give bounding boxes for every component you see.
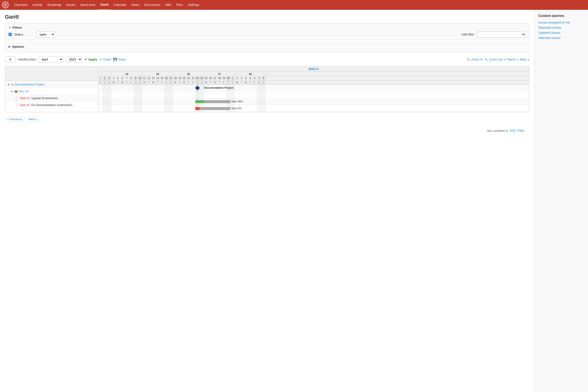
gantt-container: ▼ 🗂 Documentation Project ▼ 📦 Doc V3 📄 T… <box>5 66 529 112</box>
next-month-arrow: » <box>528 58 529 61</box>
timeline-row-2 <box>98 98 529 105</box>
task1-green-bar <box>195 100 204 103</box>
main-content: Gantt ▼ Filters Status open closed all A… <box>0 10 534 392</box>
nav-files[interactable]: Files <box>174 0 185 10</box>
status-select[interactable]: open closed all <box>36 31 55 38</box>
timeline-row-1 <box>98 92 529 98</box>
apply-label: Apply <box>88 58 97 61</box>
task1-gray-bar <box>204 100 230 103</box>
task1-label: New 30% <box>232 100 243 103</box>
timeline-panel: 2022-4 1415161718 1234567891011121314151… <box>98 66 529 112</box>
timeline-row-0 <box>98 84 529 92</box>
zoom-out-icon: 🔍 <box>484 58 488 61</box>
timeline-row-3 <box>98 105 529 112</box>
sep2: | <box>518 58 518 61</box>
day-num-row: 1234567891011121314151617181920212223242… <box>98 76 529 80</box>
options-section: ▶ Options <box>5 43 529 53</box>
task1-link[interactable]: Task #1 <box>20 96 30 100</box>
prev-page-link[interactable]: « Previous <box>5 116 24 122</box>
timeline-header: 2022-4 1415161718 1234567891011121314151… <box>98 66 529 84</box>
save-icon: 💾 <box>113 58 117 61</box>
zoom-in-icon: 🔍 <box>466 58 470 61</box>
sep1: « <box>504 58 506 61</box>
task-row-task1: 📄 Task #1 : Upload Screenshots <box>5 95 98 102</box>
filters-label: Filters <box>12 26 22 30</box>
nav-news[interactable]: News <box>129 0 142 10</box>
month-select[interactable]: JanuaryFebruaryMarch AprilMayJune JulyAu… <box>38 56 63 63</box>
task-row-version: ▼ 📦 Doc V3 <box>5 88 98 95</box>
filter-row: Status open closed all Add filter Assign… <box>8 31 526 38</box>
version-link[interactable]: Doc V3 <box>19 90 28 93</box>
options-toggle[interactable]: ▶ Options <box>8 45 526 48</box>
task1-label: : Upload Screenshots <box>30 96 58 100</box>
png-link[interactable]: PNG <box>518 129 524 132</box>
sidebar-link-watched[interactable]: Watched issues <box>538 36 584 40</box>
dow-row: FSSMTWTFSSMTWTFSSMTWTFSSMTWTFSSMTWTFSS <box>98 80 529 84</box>
sidebar-link-updated[interactable]: Updated issues <box>538 31 584 34</box>
pdf-link[interactable]: PDF <box>510 129 516 132</box>
task2-label: : Fix Documentation Grammar/S... <box>30 104 74 107</box>
gantt-project-label: Documentation Project <box>204 86 234 89</box>
task-row-task2: 📄 Task #2 : Fix Documentation Grammar/S.… <box>5 102 98 108</box>
apply-button[interactable]: ✔ Apply <box>84 58 97 61</box>
task2-red-bar <box>195 107 200 110</box>
sidebar-title: Custom queries <box>538 14 584 18</box>
project-collapse-arrow[interactable]: ▼ <box>7 83 10 86</box>
nav-wiki[interactable]: Wiki <box>163 0 174 10</box>
project-icon: 🗂 <box>11 83 14 86</box>
timeline-body: Documentation ProjectNew 30%New 0% <box>98 84 529 112</box>
filters-arrow: ▼ <box>8 26 11 29</box>
nav-gantt[interactable]: Gantt <box>98 0 111 10</box>
task1-icon: 📄 <box>15 96 18 100</box>
nav-calendar[interactable]: Calendar <box>111 0 129 10</box>
page-title: Gantt <box>5 14 529 20</box>
sidebar-link-reported[interactable]: Reported issues <box>538 26 584 30</box>
prev-month-link[interactable]: March <box>508 58 516 61</box>
zoom-in-link[interactable]: Zoom in <box>472 58 483 61</box>
year-select[interactable]: 2020202120222023 <box>66 56 82 63</box>
version-icon: 📦 <box>14 90 18 93</box>
next-page-link[interactable]: Next » <box>26 116 40 122</box>
status-label: Status <box>14 32 34 36</box>
page-layout: Gantt ▼ Filters Status open closed all A… <box>0 10 588 392</box>
options-label: Options <box>12 45 24 48</box>
month-row: 2022-4 <box>98 66 529 72</box>
months-input[interactable] <box>5 56 16 62</box>
nav-roadmap[interactable]: Roadmap <box>45 0 64 10</box>
nav-overview[interactable]: Overview <box>12 0 30 10</box>
project-link[interactable]: Documentation Project <box>15 83 44 86</box>
add-filter-select[interactable]: Assignee Priority Tracker <box>476 31 526 38</box>
zoom-out-link[interactable]: Zoom out <box>489 58 503 61</box>
checkmark-icon: ✔ <box>84 58 87 61</box>
version-collapse-arrow[interactable]: ▼ <box>10 90 13 93</box>
plus-button[interactable]: + <box>2 2 9 8</box>
task-row-project: ▼ 🗂 Documentation Project <box>5 81 98 88</box>
nav-issues[interactable]: Issues <box>64 0 78 10</box>
week-num-row: 1415161718 <box>98 72 529 76</box>
task-panel-body: ▼ 🗂 Documentation Project ▼ 📦 Doc V3 📄 T… <box>5 81 98 108</box>
status-checkbox[interactable] <box>8 33 12 36</box>
task2-link[interactable]: Task #2 <box>20 104 30 107</box>
clear-button[interactable]: ↻ Clear <box>100 58 111 61</box>
pagination: « Previous Next » <box>5 116 529 122</box>
sidebar-link-assigned[interactable]: Issues assigned to me <box>538 20 584 24</box>
months-label: months from <box>18 58 36 61</box>
footer: Also available in: PDF | PNG <box>5 127 529 134</box>
nav-spent-time[interactable]: Spent time <box>78 0 98 10</box>
filters-toggle[interactable]: ▼ Filters <box>8 26 526 30</box>
save-button[interactable]: 💾 Save <box>113 58 126 61</box>
toolbar-row: months from JanuaryFebruaryMarch AprilMa… <box>5 56 529 63</box>
add-filter-label: Add filter <box>462 32 474 36</box>
next-month-link[interactable]: May <box>520 58 526 61</box>
nav-documents[interactable]: Documents <box>142 0 163 10</box>
save-label: Save <box>118 58 126 61</box>
task2-gray-bar <box>200 107 230 110</box>
nav-activity[interactable]: Activity <box>30 0 45 10</box>
nav-settings[interactable]: Settings <box>185 0 202 10</box>
task-panel: ▼ 🗂 Documentation Project ▼ 📦 Doc V3 📄 T… <box>5 66 98 112</box>
zoom-controls: 🔍 Zoom in 🔍 Zoom out « March | May » <box>466 58 529 61</box>
sidebar: Custom queries Issues assigned to me Rep… <box>534 10 588 392</box>
task2-label: New 0% <box>232 107 242 110</box>
options-arrow: ▶ <box>8 45 10 48</box>
task-panel-header <box>5 66 98 81</box>
